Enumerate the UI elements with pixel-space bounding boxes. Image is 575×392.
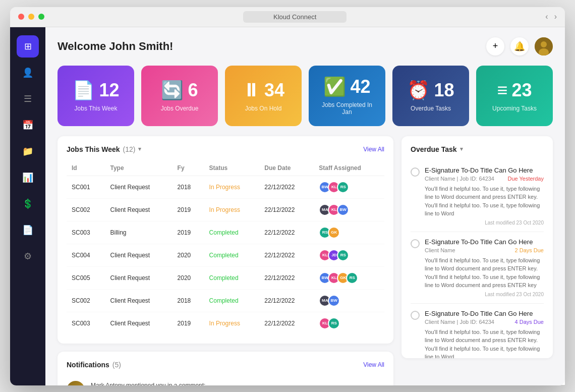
notif-view-all[interactable]: View All (363, 361, 384, 368)
cell-staff: MAKLBW (314, 198, 384, 221)
task-title-2: E-Signature To-Do Title Can Go Here (425, 238, 544, 246)
table-row[interactable]: SC001 Client Request 2018 In Progress 22… (67, 176, 384, 198)
sidebar-item-reports[interactable]: 📊 (17, 166, 39, 189)
stat-value-jobs-week: 📄 12 (72, 80, 119, 101)
app-window: Kloud Connect ‹ › ⊞ 👤 ☰ 📅 📁 📊 (10, 7, 565, 385)
task-client-3: Client Name | Job ID: 64234 (425, 319, 494, 325)
table-row[interactable]: SC003 Client Request 2019 In Progress 22… (67, 312, 384, 334)
cell-status: In Progress (204, 312, 260, 334)
stat-value-jobs-hold: ⏸ 34 (242, 80, 284, 101)
cell-type: Client Request (105, 176, 172, 198)
stat-value-overdue-tasks: ⏰ 18 (407, 80, 454, 101)
jobs-view-all[interactable]: View All (363, 146, 384, 153)
sidebar-item-calendar[interactable]: 📅 (17, 114, 39, 136)
left-column: Jobs This Week (12) ▾ View All Id Type (58, 136, 393, 385)
cell-staff: KLJDRS (314, 244, 384, 266)
cell-fy: 2019 (172, 312, 204, 334)
task-modified-1: Last modified 23 Oct 2020 (425, 220, 544, 226)
col-id: Id (67, 160, 105, 176)
folder-icon: 📁 (22, 146, 33, 157)
sidebar-item-folder[interactable]: 📁 (17, 140, 39, 162)
cell-type: Billing (105, 221, 172, 244)
sidebar-item-dashboard[interactable]: ⊞ (17, 35, 39, 58)
task-item-3: E-Signature To-Do Title Can Go Here Clie… (411, 304, 544, 358)
sidebar-item-contacts[interactable]: 👤 (17, 62, 39, 84)
notifications-section: Notifications (5) View All MA Mark Anton… (58, 352, 393, 385)
stat-value-jobs-completed: ✅ 42 (323, 76, 370, 97)
cell-id: SC005 (67, 266, 105, 289)
table-row[interactable]: SC002 Client Request 2018 Completed 22/1… (67, 289, 384, 312)
sidebar-item-billing[interactable]: 💲 (17, 193, 39, 215)
staff-avatar: BW (328, 295, 340, 307)
task-client-1: Client Name | Job ID: 64234 (425, 176, 494, 182)
col-fy: Fy (172, 160, 204, 176)
jobs-hold-icon: ⏸ (242, 80, 260, 101)
sidebar-item-documents[interactable]: 📄 (17, 219, 39, 241)
task-item-1: E-Signature To-Do Title Can Go Here Clie… (411, 160, 544, 232)
calendar-icon: 📅 (22, 120, 33, 131)
overdue-section: Overdue Task ▾ E-Signature To-Do Title C… (401, 136, 553, 358)
table-row[interactable]: SC005 Client Request 2020 Completed 22/1… (67, 266, 384, 289)
stat-card-overdue-tasks[interactable]: ⏰ 18 Overdue Tasks (392, 66, 469, 126)
cell-type: Client Request (105, 198, 172, 221)
contacts-icon: 👤 (22, 67, 33, 78)
task-checkbox-2[interactable] (411, 239, 420, 248)
jobs-section-header: Jobs This Week (12) ▾ View All (67, 145, 384, 153)
right-column: Overdue Task ▾ E-Signature To-Do Title C… (401, 136, 553, 385)
sidebar: ⊞ 👤 ☰ 📅 📁 📊 💲 📄 ⚙ (10, 27, 45, 385)
overdue-dropdown-icon[interactable]: ▾ (460, 146, 463, 152)
cell-status: Completed (204, 221, 260, 244)
stat-card-upcoming-tasks[interactable]: ≡ 23 Upcoming Tasks (476, 66, 553, 126)
add-button[interactable]: + (486, 37, 504, 55)
task-checkbox-3[interactable] (411, 311, 420, 320)
col-due: Due Date (259, 160, 314, 176)
stat-card-jobs-week[interactable]: 📄 12 Jobs This Week (58, 66, 134, 126)
task-body-1: You'll find it helpful too. To use it, t… (425, 185, 544, 218)
avatar[interactable] (535, 37, 553, 55)
jobs-week-icon: 📄 (72, 80, 95, 101)
window-controls (18, 14, 44, 20)
sidebar-item-list[interactable]: ☰ (17, 88, 39, 110)
cell-id: SC002 (67, 198, 105, 221)
back-button[interactable]: ‹ (545, 12, 548, 21)
bell-button[interactable]: 🔔 (510, 37, 529, 55)
stat-card-jobs-completed[interactable]: ✅ 42 Jobs Completed In Jan (309, 66, 385, 126)
dashboard-icon: ⊞ (24, 41, 32, 52)
stat-label-jobs-overdue: Jobs Overdue (161, 105, 199, 112)
task-checkbox-1[interactable] (411, 167, 420, 177)
staff-avatar: RS (346, 272, 358, 284)
sidebar-item-settings[interactable]: ⚙ (17, 245, 39, 267)
col-status: Status (204, 160, 260, 176)
jobs-dropdown-icon[interactable]: ▾ (138, 146, 141, 152)
cell-due: 22/12/2022 (259, 266, 314, 289)
jobs-overdue-icon: 🔄 (161, 80, 184, 101)
cell-id: SC003 (67, 312, 105, 334)
cell-due: 22/12/2022 (259, 176, 314, 198)
forward-button[interactable]: › (554, 12, 557, 21)
titlebar: Kloud Connect ‹ › (10, 7, 565, 27)
svg-point-1 (541, 41, 547, 47)
minimize-button[interactable] (28, 14, 34, 20)
staff-avatar: RS (328, 317, 340, 329)
page-title: Welcome John Smith! (58, 40, 173, 53)
table-row[interactable]: SC002 Client Request 2019 In Progress 22… (67, 198, 384, 221)
cell-type: Client Request (105, 266, 172, 289)
notif-title: Notifications (5) (67, 361, 121, 369)
reports-icon: 📊 (22, 172, 33, 183)
notif-avatar: MA (67, 381, 85, 385)
table-row[interactable]: SC003 Billing 2019 Completed 22/12/2022 … (67, 221, 384, 244)
maximize-button[interactable] (38, 14, 44, 20)
close-button[interactable] (18, 14, 24, 20)
main-layout: ⊞ 👤 ☰ 📅 📁 📊 💲 📄 ⚙ (10, 27, 565, 385)
cell-staff: RSGK (314, 221, 384, 244)
stat-card-jobs-hold[interactable]: ⏸ 34 Jobs On Hold (225, 66, 302, 126)
stat-value-jobs-overdue: 🔄 6 (161, 80, 198, 101)
task-due-1: Due Yesterday (507, 176, 544, 182)
cell-id: SC002 (67, 289, 105, 312)
cell-due: 22/12/2022 (259, 289, 314, 312)
table-row[interactable]: SC004 Client Request 2020 Completed 22/1… (67, 244, 384, 266)
stat-card-jobs-overdue[interactable]: 🔄 6 Jobs Overdue (141, 66, 218, 126)
stat-value-upcoming-tasks: ≡ 23 (497, 80, 532, 101)
nav-controls: ‹ › (545, 12, 557, 21)
cell-id: SC004 (67, 244, 105, 266)
